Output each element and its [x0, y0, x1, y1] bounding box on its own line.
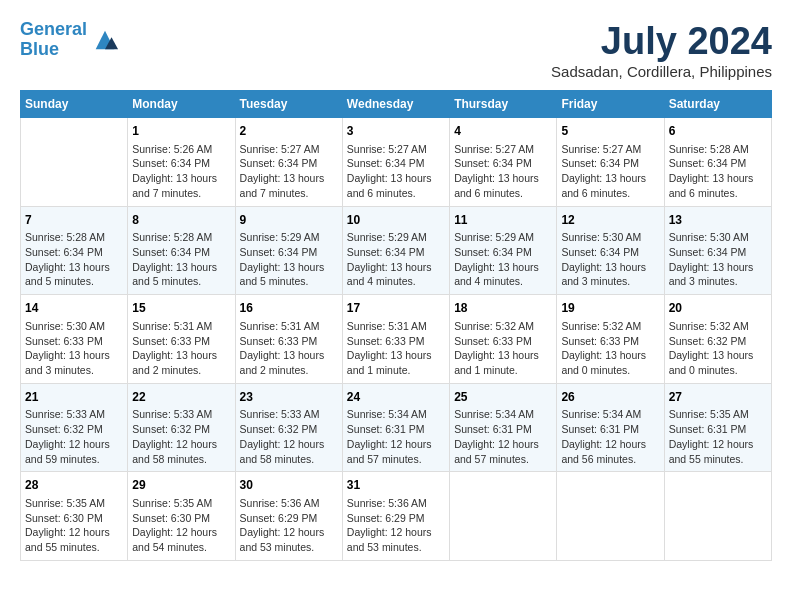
day-info: Sunrise: 5:30 AM Sunset: 6:33 PM Dayligh… [25, 319, 123, 378]
calendar-cell: 29Sunrise: 5:35 AM Sunset: 6:30 PM Dayli… [128, 472, 235, 561]
calendar-cell: 25Sunrise: 5:34 AM Sunset: 6:31 PM Dayli… [450, 383, 557, 472]
calendar-cell: 19Sunrise: 5:32 AM Sunset: 6:33 PM Dayli… [557, 295, 664, 384]
day-info: Sunrise: 5:34 AM Sunset: 6:31 PM Dayligh… [454, 407, 552, 466]
calendar-cell: 10Sunrise: 5:29 AM Sunset: 6:34 PM Dayli… [342, 206, 449, 295]
calendar-cell: 13Sunrise: 5:30 AM Sunset: 6:34 PM Dayli… [664, 206, 771, 295]
calendar-cell: 3Sunrise: 5:27 AM Sunset: 6:34 PM Daylig… [342, 118, 449, 207]
page-header: General Blue July 2024 Sadsadan, Cordill… [20, 20, 772, 80]
day-info: Sunrise: 5:30 AM Sunset: 6:34 PM Dayligh… [669, 230, 767, 289]
calendar-cell: 18Sunrise: 5:32 AM Sunset: 6:33 PM Dayli… [450, 295, 557, 384]
calendar-week-row: 14Sunrise: 5:30 AM Sunset: 6:33 PM Dayli… [21, 295, 772, 384]
day-number: 14 [25, 300, 123, 317]
day-info: Sunrise: 5:32 AM Sunset: 6:33 PM Dayligh… [454, 319, 552, 378]
calendar-cell: 6Sunrise: 5:28 AM Sunset: 6:34 PM Daylig… [664, 118, 771, 207]
day-number: 17 [347, 300, 445, 317]
calendar-cell: 8Sunrise: 5:28 AM Sunset: 6:34 PM Daylig… [128, 206, 235, 295]
calendar-table: SundayMondayTuesdayWednesdayThursdayFrid… [20, 90, 772, 561]
day-info: Sunrise: 5:31 AM Sunset: 6:33 PM Dayligh… [132, 319, 230, 378]
calendar-cell [450, 472, 557, 561]
day-number: 19 [561, 300, 659, 317]
day-info: Sunrise: 5:36 AM Sunset: 6:29 PM Dayligh… [240, 496, 338, 555]
day-number: 31 [347, 477, 445, 494]
day-number: 10 [347, 212, 445, 229]
day-info: Sunrise: 5:28 AM Sunset: 6:34 PM Dayligh… [132, 230, 230, 289]
weekday-header-wednesday: Wednesday [342, 91, 449, 118]
calendar-cell: 28Sunrise: 5:35 AM Sunset: 6:30 PM Dayli… [21, 472, 128, 561]
calendar-cell: 4Sunrise: 5:27 AM Sunset: 6:34 PM Daylig… [450, 118, 557, 207]
day-info: Sunrise: 5:35 AM Sunset: 6:30 PM Dayligh… [25, 496, 123, 555]
day-number: 29 [132, 477, 230, 494]
day-number: 8 [132, 212, 230, 229]
logo-line1: General [20, 19, 87, 39]
calendar-cell: 11Sunrise: 5:29 AM Sunset: 6:34 PM Dayli… [450, 206, 557, 295]
day-number: 23 [240, 389, 338, 406]
day-number: 2 [240, 123, 338, 140]
day-number: 1 [132, 123, 230, 140]
weekday-header-monday: Monday [128, 91, 235, 118]
day-info: Sunrise: 5:31 AM Sunset: 6:33 PM Dayligh… [347, 319, 445, 378]
day-number: 16 [240, 300, 338, 317]
calendar-cell [664, 472, 771, 561]
day-number: 13 [669, 212, 767, 229]
calendar-header: SundayMondayTuesdayWednesdayThursdayFrid… [21, 91, 772, 118]
day-info: Sunrise: 5:27 AM Sunset: 6:34 PM Dayligh… [561, 142, 659, 201]
day-number: 24 [347, 389, 445, 406]
calendar-cell [557, 472, 664, 561]
subtitle: Sadsadan, Cordillera, Philippines [551, 63, 772, 80]
day-number: 11 [454, 212, 552, 229]
day-info: Sunrise: 5:30 AM Sunset: 6:34 PM Dayligh… [561, 230, 659, 289]
day-number: 27 [669, 389, 767, 406]
day-info: Sunrise: 5:28 AM Sunset: 6:34 PM Dayligh… [669, 142, 767, 201]
day-info: Sunrise: 5:33 AM Sunset: 6:32 PM Dayligh… [132, 407, 230, 466]
main-title: July 2024 [551, 20, 772, 63]
day-number: 3 [347, 123, 445, 140]
day-info: Sunrise: 5:26 AM Sunset: 6:34 PM Dayligh… [132, 142, 230, 201]
day-number: 21 [25, 389, 123, 406]
calendar-cell: 16Sunrise: 5:31 AM Sunset: 6:33 PM Dayli… [235, 295, 342, 384]
day-number: 30 [240, 477, 338, 494]
day-number: 20 [669, 300, 767, 317]
day-number: 7 [25, 212, 123, 229]
day-info: Sunrise: 5:27 AM Sunset: 6:34 PM Dayligh… [240, 142, 338, 201]
logo-line2: Blue [20, 39, 59, 59]
logo-icon [91, 26, 119, 54]
logo: General Blue [20, 20, 119, 60]
day-info: Sunrise: 5:29 AM Sunset: 6:34 PM Dayligh… [347, 230, 445, 289]
day-number: 26 [561, 389, 659, 406]
day-info: Sunrise: 5:31 AM Sunset: 6:33 PM Dayligh… [240, 319, 338, 378]
day-number: 18 [454, 300, 552, 317]
day-info: Sunrise: 5:34 AM Sunset: 6:31 PM Dayligh… [347, 407, 445, 466]
day-info: Sunrise: 5:29 AM Sunset: 6:34 PM Dayligh… [454, 230, 552, 289]
calendar-cell: 9Sunrise: 5:29 AM Sunset: 6:34 PM Daylig… [235, 206, 342, 295]
weekday-header-row: SundayMondayTuesdayWednesdayThursdayFrid… [21, 91, 772, 118]
day-number: 12 [561, 212, 659, 229]
day-number: 22 [132, 389, 230, 406]
calendar-cell: 1Sunrise: 5:26 AM Sunset: 6:34 PM Daylig… [128, 118, 235, 207]
day-info: Sunrise: 5:29 AM Sunset: 6:34 PM Dayligh… [240, 230, 338, 289]
weekday-header-tuesday: Tuesday [235, 91, 342, 118]
title-block: July 2024 Sadsadan, Cordillera, Philippi… [551, 20, 772, 80]
day-number: 9 [240, 212, 338, 229]
calendar-cell: 7Sunrise: 5:28 AM Sunset: 6:34 PM Daylig… [21, 206, 128, 295]
day-info: Sunrise: 5:35 AM Sunset: 6:30 PM Dayligh… [132, 496, 230, 555]
day-info: Sunrise: 5:32 AM Sunset: 6:33 PM Dayligh… [561, 319, 659, 378]
calendar-cell: 15Sunrise: 5:31 AM Sunset: 6:33 PM Dayli… [128, 295, 235, 384]
logo-text: General Blue [20, 20, 87, 60]
day-number: 28 [25, 477, 123, 494]
weekday-header-sunday: Sunday [21, 91, 128, 118]
calendar-cell: 27Sunrise: 5:35 AM Sunset: 6:31 PM Dayli… [664, 383, 771, 472]
weekday-header-saturday: Saturday [664, 91, 771, 118]
day-info: Sunrise: 5:35 AM Sunset: 6:31 PM Dayligh… [669, 407, 767, 466]
calendar-cell [21, 118, 128, 207]
calendar-cell: 23Sunrise: 5:33 AM Sunset: 6:32 PM Dayli… [235, 383, 342, 472]
calendar-cell: 17Sunrise: 5:31 AM Sunset: 6:33 PM Dayli… [342, 295, 449, 384]
day-info: Sunrise: 5:28 AM Sunset: 6:34 PM Dayligh… [25, 230, 123, 289]
calendar-week-row: 28Sunrise: 5:35 AM Sunset: 6:30 PM Dayli… [21, 472, 772, 561]
calendar-cell: 26Sunrise: 5:34 AM Sunset: 6:31 PM Dayli… [557, 383, 664, 472]
day-number: 6 [669, 123, 767, 140]
weekday-header-friday: Friday [557, 91, 664, 118]
day-number: 5 [561, 123, 659, 140]
calendar-week-row: 1Sunrise: 5:26 AM Sunset: 6:34 PM Daylig… [21, 118, 772, 207]
calendar-cell: 2Sunrise: 5:27 AM Sunset: 6:34 PM Daylig… [235, 118, 342, 207]
calendar-week-row: 7Sunrise: 5:28 AM Sunset: 6:34 PM Daylig… [21, 206, 772, 295]
